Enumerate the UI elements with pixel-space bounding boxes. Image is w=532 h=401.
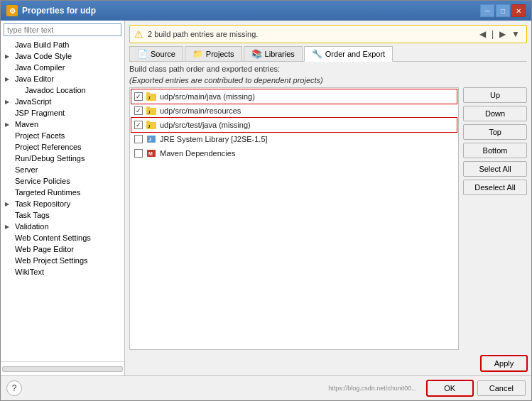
maximize-button[interactable]: □ bbox=[496, 4, 510, 17]
horizontal-scrollbar[interactable] bbox=[2, 366, 123, 372]
entries-list[interactable]: J udp/src/main/java (missing) bbox=[129, 87, 459, 350]
sidebar: Java Build Path ▶ Java Code Style Java C… bbox=[1, 21, 125, 375]
sidebar-item-javascript[interactable]: ▶ JavaScript bbox=[1, 96, 124, 107]
entry-item[interactable]: J JRE System Library [J2SE-1.5] bbox=[131, 132, 457, 146]
down-button[interactable]: Down bbox=[463, 106, 527, 121]
deselect-all-button[interactable]: Deselect All bbox=[463, 180, 527, 195]
svg-text:J: J bbox=[148, 96, 150, 100]
sidebar-item-label: Web Page Editor bbox=[15, 245, 74, 253]
svg-text:J: J bbox=[148, 137, 151, 142]
warning-text: 2 build path entries are missing. bbox=[148, 30, 258, 38]
title-bar-left: ⚙ Properties for udp bbox=[6, 5, 96, 16]
tab-libraries[interactable]: 📚 Libraries bbox=[244, 46, 303, 61]
nav-forward-button[interactable]: ▶ bbox=[497, 28, 508, 40]
svg-rect-4 bbox=[146, 106, 150, 109]
sidebar-item-label: JSP Fragment bbox=[15, 109, 65, 117]
warning-icon: ⚠ bbox=[134, 28, 143, 40]
help-button[interactable]: ? bbox=[6, 380, 22, 396]
up-button[interactable]: Up bbox=[463, 87, 527, 103]
sidebar-item-web-project-settings[interactable]: Web Project Settings bbox=[1, 255, 124, 266]
sidebar-item-java-code-style[interactable]: ▶ Java Code Style bbox=[1, 50, 124, 62]
sidebar-item-web-page-editor[interactable]: Web Page Editor bbox=[1, 243, 124, 255]
entry-item[interactable]: J udp/src/main/java (missing) bbox=[131, 89, 457, 104]
sidebar-item-java-build-path[interactable]: Java Build Path bbox=[1, 39, 124, 50]
expand-icon: ▶ bbox=[5, 201, 12, 207]
sidebar-item-label: Task Repository bbox=[15, 199, 70, 208]
apply-area: Apply bbox=[129, 353, 527, 371]
sidebar-list: Java Build Path ▶ Java Code Style Java C… bbox=[1, 39, 124, 361]
entry-src-icon: J bbox=[146, 105, 157, 116]
entry-checkbox[interactable] bbox=[134, 135, 143, 143]
tab-projects[interactable]: 📁 Projects bbox=[185, 46, 242, 61]
sidebar-item-jsp-fragment[interactable]: JSP Fragment bbox=[1, 107, 124, 119]
nav-separator: | bbox=[489, 28, 496, 40]
sidebar-item-server[interactable]: Server bbox=[1, 164, 124, 175]
properties-dialog: ⚙ Properties for udp ─ □ ✕ Java Build Pa… bbox=[0, 0, 532, 401]
tab-source[interactable]: 📄 Source bbox=[129, 46, 183, 61]
entry-item[interactable]: J udp/src/test/java (missing) bbox=[131, 118, 457, 132]
entry-item[interactable]: M Maven Dependencies bbox=[131, 146, 457, 160]
sidebar-item-label: Java Build Path bbox=[15, 40, 69, 49]
select-all-button[interactable]: Select All bbox=[463, 161, 527, 177]
tab-order-export[interactable]: 🔧 Order and Export bbox=[304, 46, 393, 62]
main-panel: ⚠ 2 build path entries are missing. ◀ | … bbox=[125, 21, 531, 375]
entry-checkbox[interactable] bbox=[134, 92, 143, 101]
sidebar-item-java-compiler[interactable]: Java Compiler bbox=[1, 62, 124, 73]
entry-checkbox[interactable] bbox=[134, 106, 143, 115]
dialog-icon: ⚙ bbox=[6, 5, 18, 16]
apply-button[interactable]: Apply bbox=[481, 356, 527, 371]
bottom-button[interactable]: Bottom bbox=[463, 143, 527, 158]
source-tab-icon: 📄 bbox=[137, 49, 148, 59]
sidebar-item-validation[interactable]: ▶ Validation bbox=[1, 221, 124, 232]
entry-checkbox[interactable] bbox=[134, 121, 143, 129]
filter-input[interactable] bbox=[4, 23, 121, 36]
entry-label: udp/src/test/java (missing) bbox=[160, 121, 251, 129]
entry-jre-icon: J bbox=[146, 133, 157, 145]
expand-icon: ▶ bbox=[5, 53, 12, 60]
sidebar-item-task-repository[interactable]: ▶ Task Repository bbox=[1, 198, 124, 209]
sidebar-item-label: Web Project Settings bbox=[15, 256, 88, 265]
sidebar-item-label: Server bbox=[15, 165, 38, 174]
minimize-button[interactable]: ─ bbox=[480, 4, 494, 17]
tab-libraries-label: Libraries bbox=[265, 50, 295, 58]
order-export-tab-icon: 🔧 bbox=[312, 49, 322, 59]
nav-dropdown-button[interactable]: ▼ bbox=[509, 28, 522, 40]
entry-src-icon: J bbox=[146, 91, 157, 102]
entry-checkbox[interactable] bbox=[134, 149, 143, 158]
close-button[interactable]: ✕ bbox=[511, 4, 526, 17]
sidebar-item-java-editor[interactable]: ▶ Java Editor bbox=[1, 73, 124, 84]
sidebar-item-project-references[interactable]: Project References bbox=[1, 141, 124, 153]
sidebar-item-run-debug[interactable]: Run/Debug Settings bbox=[1, 153, 124, 164]
dialog-content: Java Build Path ▶ Java Code Style Java C… bbox=[1, 21, 531, 375]
sidebar-item-label: Java Code Style bbox=[15, 52, 72, 60]
svg-rect-1 bbox=[146, 92, 150, 95]
nav-back-button[interactable]: ◀ bbox=[477, 28, 488, 40]
sidebar-item-label: Validation bbox=[15, 222, 49, 231]
warning-bar: ⚠ 2 build path entries are missing. ◀ | … bbox=[129, 25, 527, 43]
sidebar-item-project-facets[interactable]: Project Facets bbox=[1, 130, 124, 141]
cancel-button[interactable]: Cancel bbox=[477, 380, 526, 396]
sidebar-item-service-policies[interactable]: Service Policies bbox=[1, 175, 124, 187]
top-button[interactable]: Top bbox=[463, 124, 527, 140]
build-path-desc2: (Exported entries are contributed to dep… bbox=[129, 76, 527, 84]
bottom-right: https://blog.csdn.net/chunit00... OK Can… bbox=[328, 380, 526, 396]
sidebar-item-label: Project References bbox=[15, 143, 82, 151]
sidebar-item-targeted-runtimes[interactable]: Targeted Runtimes bbox=[1, 187, 124, 198]
ok-button[interactable]: OK bbox=[427, 380, 473, 396]
nav-arrows: ◀ | ▶ ▼ bbox=[477, 28, 522, 40]
tab-projects-label: Projects bbox=[206, 50, 234, 58]
entry-label: udp/src/main/resources bbox=[160, 106, 241, 115]
sidebar-item-web-content-settings[interactable]: Web Content Settings bbox=[1, 232, 124, 243]
entry-item[interactable]: J udp/src/main/resources bbox=[131, 104, 457, 118]
sidebar-item-task-tags[interactable]: Task Tags bbox=[1, 209, 124, 221]
bottom-left: ? bbox=[6, 380, 22, 396]
sidebar-item-wikitext[interactable]: WikiText bbox=[1, 266, 124, 278]
sidebar-item-maven[interactable]: ▶ Maven bbox=[1, 119, 124, 130]
entry-src-icon: J bbox=[146, 119, 157, 131]
side-buttons: Up Down Top Bottom Select All Deselect A… bbox=[463, 87, 527, 350]
sidebar-item-javadoc-location[interactable]: Javadoc Location bbox=[1, 84, 124, 96]
sidebar-item-label: Task Tags bbox=[15, 211, 50, 219]
sidebar-item-label: Project Facets bbox=[15, 131, 65, 140]
entry-label: Maven Dependencies bbox=[160, 149, 235, 158]
expand-icon: ▶ bbox=[5, 121, 12, 128]
